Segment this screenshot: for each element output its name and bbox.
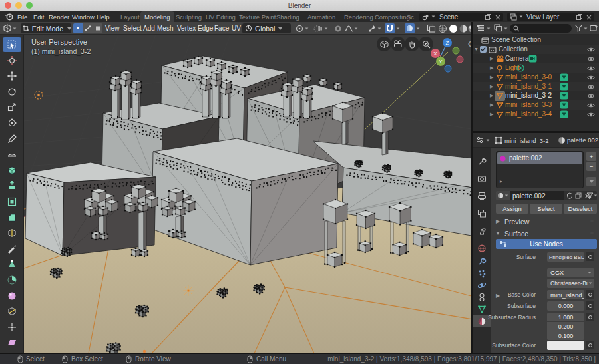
hide-eye-icon[interactable] [587,47,595,53]
select-button[interactable]: Select [530,204,562,214]
material-filter-button[interactable] [586,191,597,200]
hide-eye-icon[interactable] [587,102,595,108]
properties-tab-world[interactable] [473,242,491,254]
viewport-menu-view[interactable]: View [105,25,120,32]
mesh-icon[interactable] [496,83,504,92]
camera-data-icon[interactable] [528,55,537,63]
surface-animate-dot[interactable] [586,252,594,261]
hide-eye-icon[interactable] [587,75,595,81]
outliner-label[interactable]: mini_island_3-4 [505,110,552,118]
base-color-animate-dot[interactable] [586,290,594,299]
breadcrumb-material[interactable]: palette.002 [567,136,598,144]
tool-spin-button[interactable] [3,273,21,287]
outliner-label[interactable]: mini_island_3-3 [505,101,552,108]
browse-material-button[interactable] [496,191,510,200]
mesh-icon[interactable] [496,111,504,120]
hide-eye-icon[interactable] [587,84,595,90]
outliner-filter-mode-button[interactable] [494,24,502,32]
collection-checkbox[interactable] [480,46,487,53]
remove-material-slot-button[interactable]: − [586,162,596,171]
workspace-tab-modeling[interactable]: Modeling [140,11,174,22]
expand-arrow[interactable]: ▶ [490,65,493,71]
camera-icon[interactable] [496,55,504,64]
view-layer-selector[interactable]: View Layer [507,13,594,21]
unlink-scene-icon[interactable] [495,15,500,20]
select-mode-vertex-button[interactable] [73,23,83,33]
outliner-label[interactable]: Scene Collection [491,36,541,43]
mesh-data-icon[interactable] [560,73,568,81]
proportional-editing-button[interactable] [334,25,342,33]
viewport-menu-mesh[interactable]: Mesh [157,25,173,32]
tool-smooth-button[interactable] [3,289,21,303]
expand-arrow[interactable]: ▼ [474,47,479,51]
outliner-label[interactable]: Collection [499,45,528,53]
outliner-label[interactable]: Camera [505,55,529,62]
new-scene-icon[interactable] [485,14,491,20]
viewport-menu-add[interactable]: Add [143,25,155,32]
expand-arrow[interactable]: ▶ [490,56,493,61]
subsurface-color-animate-dot[interactable] [586,341,594,349]
new-view-layer-icon[interactable] [576,14,582,20]
deselect-button[interactable]: Deselect [564,204,597,214]
mesh-icon[interactable] [496,102,504,110]
subsurface-radius-field-1[interactable]: 0.200 [547,322,584,331]
workspace-tab-uv-editing[interactable]: UV Editing [202,11,240,22]
hide-eye-icon[interactable] [587,65,595,71]
outliner-row-mini-island-3-0[interactable]: ▶mini_island_3-0 [473,73,599,82]
blender-logo-icon[interactable] [4,13,13,21]
tool-transform-button[interactable] [3,116,21,130]
shading-solid-button[interactable] [449,24,458,33]
subsurface-method-dropdown[interactable]: Christensen-Burl.. [547,279,594,288]
tool-loop-cut-button[interactable] [3,226,21,240]
tool-bevel-button[interactable] [3,210,21,225]
tool-edge-slide-button[interactable] [3,304,21,319]
transform-orientation-selector[interactable]: Global [242,23,291,33]
fake-user-shield-icon[interactable] [566,192,573,199]
subsurface-slider[interactable]: 0.000 [547,301,584,311]
tool-poly-build-button[interactable] [3,257,21,272]
view-layer-name[interactable]: View Layer [526,13,559,21]
tool-scale-button[interactable] [3,100,21,114]
toggle-projection-button[interactable] [377,37,391,51]
base-color-expand-arrow[interactable]: ▶ [496,293,500,299]
properties-tab-particles[interactable] [473,267,491,279]
outliner-filter-button[interactable] [574,24,583,32]
properties-tab-physics[interactable] [473,279,491,291]
tool-knife-button[interactable] [3,242,21,256]
tool-inset-faces-button[interactable] [3,194,21,209]
mesh-data-icon[interactable] [560,92,568,100]
properties-editor-icon[interactable] [476,136,486,144]
subsurface-radius-field-0[interactable]: 1.000 [547,313,584,321]
menu-edit[interactable]: Edit [33,13,44,21]
collection-icon[interactable] [481,37,489,45]
outliner-label[interactable]: mini_island_3-1 [505,83,552,90]
outliner-row-mini-island-3-2[interactable]: ▶mini_island_3-2 [473,91,599,100]
outliner-row-mini-island-3-4[interactable]: ▶mini_island_3-4 [473,110,599,119]
tool-add-cube-button[interactable] [3,163,21,178]
mesh-data-icon[interactable] [560,83,568,91]
properties-tab-constraints[interactable] [473,291,491,303]
tool-extrude-button[interactable] [3,178,21,193]
mode-selector[interactable]: Edit Mode [21,23,71,33]
properties-tab-modifiers[interactable] [473,255,491,268]
viewport-menu-face[interactable]: Face [214,25,229,32]
editor-type-button[interactable] [3,23,19,33]
outliner-row-scene-collection[interactable]: Scene Collection [473,35,599,45]
tool-move-button[interactable] [3,69,21,83]
outliner-label[interactable]: mini_island_3-0 [505,73,552,81]
mesh-data-icon[interactable] [560,101,568,109]
expand-arrow[interactable]: ▶ [490,102,493,108]
snap-toggle-button[interactable] [385,23,395,33]
menu-render[interactable]: Render [49,13,69,21]
properties-tab-tool[interactable] [473,155,491,168]
properties-tab-scene[interactable] [473,224,491,237]
base-color-field[interactable]: mini_island_3-.. [547,290,584,299]
overlays-toggle-button[interactable] [405,23,415,33]
slot-list-expand-arrow[interactable]: ▸ [500,178,502,184]
navigation-gizmo[interactable]: ZXY [421,35,471,81]
mesh-icon[interactable] [496,92,504,101]
properties-tab-output[interactable] [473,190,491,202]
outliner-row-mini-island-3-3[interactable]: ▶mini_island_3-3 [473,100,599,110]
outliner-row-camera[interactable]: ▶Camera [473,54,599,63]
shading-wireframe-button[interactable] [438,24,447,33]
